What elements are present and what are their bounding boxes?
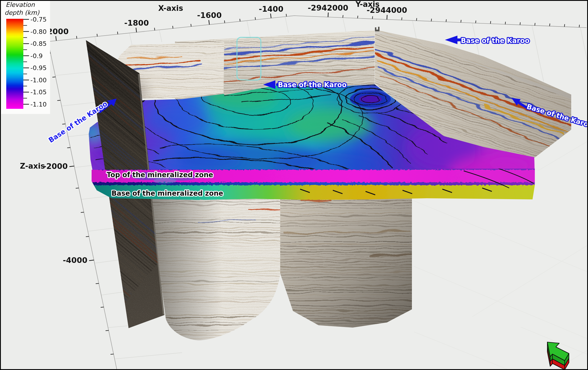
colorbar-tick-label: -0.9 <box>30 52 43 60</box>
z-tick-label: -4000 <box>63 256 87 265</box>
top-mineralized-label: Top of the mineralized zone <box>107 171 213 179</box>
seismic-section-right-front <box>279 182 414 330</box>
colorbar-gradient <box>6 19 23 109</box>
orientation-arrow-icon[interactable] <box>547 342 569 370</box>
colorbar-tick-label: -1.00 <box>30 77 47 84</box>
y-tick-label: -2942000 <box>308 3 348 12</box>
z-tick-label: -2000 <box>43 162 68 171</box>
colorbar-tick-label: -0.80 <box>30 28 47 35</box>
seismic-section-center <box>149 182 283 342</box>
colorbar-tick-label: -1.10 <box>30 101 47 108</box>
3d-scene[interactable]: Base of the Karoo Base of the Karoo Base… <box>0 0 588 370</box>
x-tick-label: -1600 <box>197 11 222 20</box>
y-tick-label: -2944000 <box>367 6 407 15</box>
x-tick-label: -1800 <box>124 19 149 27</box>
base-mineralized-label: Base of the mineralized zone <box>112 189 223 197</box>
colorbar-tick-label: -0.85 <box>30 40 47 47</box>
z-axis-title: Z-axis <box>20 162 45 170</box>
colorbar-tick-label: -0.75 <box>30 16 47 23</box>
karoo-top-right-annotation: Base of the Karoo <box>445 36 530 45</box>
colorbar-tick-label: -0.95 <box>30 64 47 71</box>
colorbar-title-line1: Elevation <box>6 1 35 8</box>
colorbar: Elevation depth (km) -0.75-0.80-0.85-0.9… <box>1 1 50 114</box>
x-tick-label: -1400 <box>259 5 283 13</box>
x-axis-title: X-axis <box>158 4 183 13</box>
karoo-top-right-label: Base of the Karoo <box>461 37 530 45</box>
colorbar-tick-label: -1.05 <box>30 89 47 96</box>
colorbar-title-line2: depth (km) <box>5 9 40 16</box>
seismic-3d-viewport[interactable]: Base of the Karoo Base of the Karoo Base… <box>0 0 588 370</box>
karoo-middle-label: Base of the Karoo <box>278 81 347 89</box>
